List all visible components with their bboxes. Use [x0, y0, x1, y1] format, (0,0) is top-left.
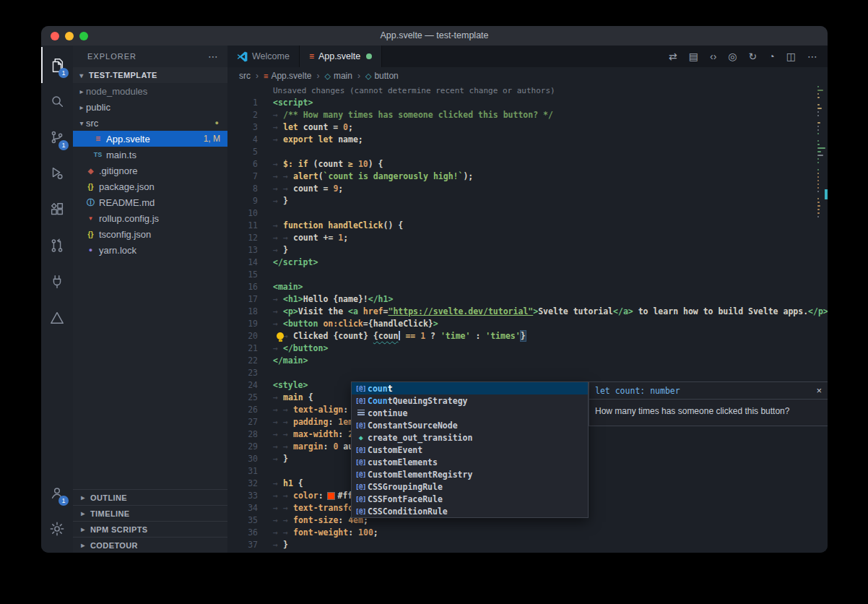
code-line[interactable]: 3→let count = 0;: [227, 121, 828, 134]
tree-item[interactable]: {}tsconfig.json: [73, 226, 227, 242]
toggle-blame-icon[interactable]: ◎: [728, 51, 737, 61]
code-line[interactable]: 19→<button on:click={handleClick}>: [227, 318, 828, 330]
tree-item[interactable]: ▾src●: [73, 115, 227, 131]
code-line[interactable]: 17→<h1>Hello {name}!</h1>: [227, 293, 828, 306]
chevron-right-icon: ▸: [79, 525, 87, 533]
variable-icon: [@]: [354, 385, 368, 392]
tree-item[interactable]: ▸public: [73, 99, 227, 115]
triangle-extension-activity-button[interactable]: [41, 300, 73, 336]
breadcrumb-item[interactable]: src: [239, 71, 251, 81]
compare-changes-icon[interactable]: ⇄: [669, 51, 677, 61]
tree-item[interactable]: ●yarn.lock: [73, 242, 227, 258]
tree-item[interactable]: ≡App.svelte1, M: [73, 131, 227, 147]
suggest-item[interactable]: continue: [352, 407, 588, 419]
modified-indicator-icon[interactable]: [366, 53, 372, 59]
code-line[interactable]: 6→$: if (count ≥ 10) {: [227, 158, 828, 171]
code-line[interactable]: 15: [227, 269, 828, 281]
close-window-button[interactable]: [51, 32, 59, 40]
open-changes-icon[interactable]: ‹›: [710, 51, 716, 61]
code-line[interactable]: 18→<p>Visit the <a href="https://svelte.…: [227, 306, 828, 318]
project-root-header[interactable]: ▾ TEST-TEMPLATE: [73, 67, 227, 83]
suggest-item[interactable]: [@]CustomEvent: [352, 444, 588, 456]
split-editor-icon[interactable]: ◫: [786, 51, 796, 61]
breadcrumb-item[interactable]: ◇button: [365, 71, 399, 81]
suggest-item[interactable]: [@]count: [352, 382, 588, 394]
code-line[interactable]: 10: [227, 207, 828, 220]
tree-item[interactable]: ▼rollup.config.js: [73, 210, 227, 226]
source-control-activity-button[interactable]: 1: [41, 119, 73, 155]
tree-item[interactable]: TSmain.ts: [73, 147, 227, 163]
more-actions-icon[interactable]: ⋯: [807, 51, 817, 61]
sidebar-section-npm-scripts[interactable]: ▸NPM SCRIPTS: [73, 521, 227, 537]
search-activity-button[interactable]: [41, 83, 73, 119]
code-token: →: [283, 428, 293, 441]
explorer-activity-button[interactable]: 1: [41, 47, 73, 83]
remote-explorer-activity-button[interactable]: [41, 264, 73, 300]
code-editor[interactable]: Unsaved changes (cannot determine recent…: [227, 85, 828, 553]
suggest-item[interactable]: [@]CountQueuingStrategy: [352, 394, 588, 407]
code-line[interactable]: 20→Clicked {count} {coun == 1 ? 'time' :…: [227, 330, 828, 342]
suggest-item[interactable]: [@]CustomElementRegistry: [352, 468, 588, 480]
line-number: 11: [227, 220, 258, 232]
code-line[interactable]: 2→/** How many times has someone clicked…: [227, 109, 828, 121]
tree-item[interactable]: ▸node_modules: [73, 83, 227, 99]
code-token: →: [273, 514, 283, 527]
line-number: 34: [227, 502, 258, 514]
minimap-line: [817, 184, 819, 185]
more-actions-icon[interactable]: ⋯: [208, 51, 219, 62]
code-line[interactable]: 14</script>: [227, 256, 828, 269]
settings-button[interactable]: [41, 511, 73, 547]
variable-icon: [@]: [354, 508, 368, 515]
sidebar-section-codetour[interactable]: ▸CODETOUR: [73, 537, 227, 553]
github-pull-requests-activity-button[interactable]: [41, 228, 73, 264]
minimap-line: [817, 122, 820, 124]
title-bar[interactable]: App.svelte — test-template: [41, 26, 828, 46]
code-line[interactable]: 21→</button>: [227, 342, 828, 355]
close-icon[interactable]: ×: [816, 385, 822, 396]
run-debug-activity-button[interactable]: [41, 155, 73, 191]
code-line[interactable]: 11→function handleClick() {: [227, 220, 828, 232]
timeline-icon[interactable]: ◔: [768, 51, 774, 61]
code-line[interactable]: 9→}: [227, 195, 828, 207]
tab-label: Welcome: [252, 51, 290, 61]
code-line[interactable]: 36→→font-weight: 100;: [227, 527, 828, 539]
suggest-item[interactable]: [@]CSSConditionRule: [352, 505, 588, 517]
tab-app-svelte[interactable]: ≡ App.svelte: [300, 46, 382, 67]
code-line[interactable]: 22</main>: [227, 355, 828, 367]
open-preview-icon[interactable]: ▤: [689, 51, 698, 61]
accounts-button[interactable]: 1: [41, 475, 73, 511]
code-line[interactable]: 5: [227, 146, 828, 158]
code-line[interactable]: 23: [227, 367, 828, 379]
line-number: 27: [227, 416, 258, 428]
refresh-icon[interactable]: ↻: [749, 51, 758, 61]
code-line[interactable]: 16<main>: [227, 281, 828, 293]
code-line[interactable]: 12→→count += 1;: [227, 232, 828, 244]
tree-item[interactable]: {}package.json: [73, 178, 227, 194]
code-line[interactable]: 4→export let name;: [227, 134, 828, 146]
extensions-activity-button[interactable]: [41, 191, 73, 228]
minimap[interactable]: [817, 86, 828, 553]
suggest-item[interactable]: ◆create_out_transition: [352, 431, 588, 444]
tree-item[interactable]: ◆.gitignore: [73, 163, 227, 178]
code-line[interactable]: 8→→count = 9;: [227, 183, 828, 195]
zoom-window-button[interactable]: [79, 32, 88, 40]
code-token: →: [273, 244, 283, 256]
code-text: →→alert(`count is dangerously high!`);: [273, 171, 473, 183]
sidebar-section-outline[interactable]: ▸OUTLINE: [73, 489, 227, 505]
minimize-window-button[interactable]: [65, 32, 74, 40]
tree-item[interactable]: ⓘREADME.md: [73, 194, 227, 210]
suggest-item[interactable]: [@]CSSFontFaceRule: [352, 493, 588, 505]
tab-welcome[interactable]: Welcome: [227, 46, 300, 67]
sidebar-section-timeline[interactable]: ▸TIMELINE: [73, 505, 227, 521]
suggest-item[interactable]: [@]CSSGroupingRule: [352, 480, 588, 493]
breadcrumb-item[interactable]: ◇main: [324, 71, 352, 81]
code-line[interactable]: 7→→alert(`count is dangerously high!`);: [227, 171, 828, 183]
breadcrumb-item[interactable]: ≡App.svelte: [264, 71, 311, 81]
code-line[interactable]: 37→}: [227, 539, 828, 551]
code-line[interactable]: 13→}: [227, 244, 828, 256]
section-label: TIMELINE: [90, 509, 130, 518]
code-text: →→font-weight: 100;: [273, 527, 378, 539]
suggest-item[interactable]: [@]ConstantSourceNode: [352, 419, 588, 431]
code-line[interactable]: 1<script>: [227, 97, 828, 109]
suggest-item[interactable]: [@]customElements: [352, 456, 588, 468]
